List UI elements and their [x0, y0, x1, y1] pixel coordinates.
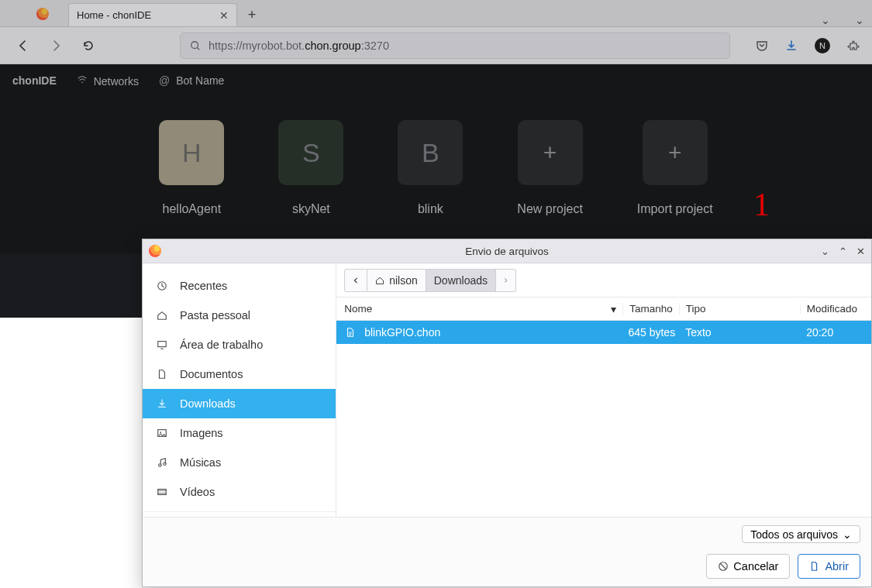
- cancel-button[interactable]: Cancelar: [706, 554, 790, 579]
- tabs-dropdown-icon[interactable]: ⌄: [821, 14, 830, 26]
- browser-navbar: https://myrobot.bot.chon.group:3270 N: [0, 27, 872, 64]
- svg-rect-2: [158, 342, 167, 347]
- file-list: blinkGPIO.chon 645 bytes Texto 20:20: [336, 321, 871, 517]
- doc-icon: [157, 369, 169, 380]
- project-card[interactable]: + New project: [517, 120, 582, 216]
- at-icon: @: [159, 74, 170, 87]
- svg-point-5: [159, 464, 162, 467]
- downloads-icon[interactable]: [785, 40, 798, 52]
- annotation-1: 1: [753, 186, 770, 223]
- project-label: helloAgent: [163, 202, 222, 216]
- url-bar[interactable]: https://myrobot.bot.chon.group:3270: [180, 33, 730, 59]
- firefox-logo-icon: [36, 8, 49, 20]
- col-modified[interactable]: Modificado: [801, 303, 863, 315]
- svg-point-0: [191, 41, 198, 48]
- project-label: Import project: [637, 202, 713, 216]
- home-icon: [157, 310, 169, 321]
- project-label: blink: [418, 202, 443, 216]
- path-back-button[interactable]: [344, 269, 367, 292]
- new-tab-button[interactable]: +: [240, 3, 264, 26]
- extensions-icon[interactable]: [847, 40, 860, 52]
- sidebar-item-label: Pasta pessoal: [180, 309, 250, 322]
- project-card[interactable]: B blink: [398, 120, 463, 216]
- profile-avatar[interactable]: N: [815, 38, 830, 53]
- dialog-sidebar: RecentesPasta pessoalÁrea de trabalhoDoc…: [143, 263, 336, 517]
- sidebar-item-vídeos[interactable]: Vídeos: [143, 477, 336, 507]
- file-row[interactable]: blinkGPIO.chon 645 bytes Texto 20:20: [336, 321, 871, 344]
- open-file-icon: [809, 561, 820, 572]
- file-modified: 20:20: [800, 326, 863, 339]
- search-icon: [190, 40, 201, 51]
- sidebar-item-label: Recentes: [180, 280, 227, 292]
- sidebar-item-label: Imagens: [180, 427, 223, 439]
- project-tile: +: [518, 120, 583, 185]
- app-brand: chonIDE: [12, 74, 57, 87]
- sidebar-item-pasta-pessoal[interactable]: Pasta pessoal: [143, 301, 336, 330]
- desktop-icon: [157, 339, 169, 350]
- window-minimize-icon[interactable]: ⌄: [821, 246, 829, 257]
- music-icon: [157, 457, 169, 468]
- nav-forward-button[interactable]: [45, 35, 67, 57]
- tab-close-icon[interactable]: ✕: [219, 9, 229, 22]
- window-maximize-icon[interactable]: ⌃: [839, 246, 847, 257]
- tab-title: Home - chonIDE: [77, 9, 151, 21]
- dialog-main: nilson Downloads Nome▾ Tamanho Tipo Modi…: [336, 263, 871, 517]
- download-icon: [157, 398, 169, 409]
- project-card[interactable]: H helloAgent: [159, 120, 224, 216]
- dialog-titlebar[interactable]: Envio de arquivos ⌄ ⌃ ✕: [143, 239, 871, 263]
- sidebar-item-label: Downloads: [180, 397, 236, 410]
- project-card[interactable]: S skyNet: [278, 120, 343, 216]
- sidebar-item-downloads[interactable]: Downloads: [143, 389, 336, 418]
- sidebar-item-recentes[interactable]: Recentes: [143, 271, 336, 301]
- video-icon: [157, 487, 169, 497]
- path-bar: nilson Downloads: [336, 263, 871, 297]
- open-button[interactable]: Abrir: [798, 554, 860, 579]
- cancel-icon: [718, 561, 729, 572]
- column-headers[interactable]: Nome▾ Tamanho Tipo Modificado: [336, 297, 871, 321]
- svg-point-4: [160, 432, 161, 433]
- file-name: blinkGPIO.chon: [364, 326, 440, 339]
- window-close-icon[interactable]: ✕: [856, 246, 865, 257]
- sidebar-item-label: Documentos: [180, 368, 243, 380]
- sidebar-item-músicas[interactable]: Músicas: [143, 448, 336, 477]
- sidebar-item-label: Músicas: [180, 456, 221, 469]
- image-icon: [157, 428, 169, 438]
- sidebar-item-label: Área de trabalho: [180, 339, 263, 351]
- file-size: 645 bytes: [623, 326, 679, 339]
- sidebar-item-documentos[interactable]: Documentos: [143, 359, 336, 389]
- project-label: New project: [517, 202, 582, 216]
- sort-desc-icon: ▾: [611, 303, 616, 315]
- nav-back-button[interactable]: [12, 35, 34, 57]
- browser-tab[interactable]: Home - chonIDE ✕: [68, 3, 237, 26]
- project-tile: B: [398, 120, 463, 185]
- col-size[interactable]: Tamanho: [623, 303, 680, 315]
- tabs-dropdown-icon-2[interactable]: ⌄: [855, 14, 864, 26]
- firefox-logo-icon: [149, 245, 161, 257]
- file-filter-combo[interactable]: Todos os arquivos ⌄: [742, 525, 860, 543]
- sidebar-item-área-de-trabalho[interactable]: Área de trabalho: [143, 330, 336, 359]
- wifi-icon: [77, 75, 91, 88]
- col-name[interactable]: Nome: [344, 303, 372, 315]
- svg-point-6: [164, 462, 167, 466]
- svg-rect-7: [158, 490, 167, 495]
- project-tile: S: [278, 120, 343, 185]
- path-current-segment[interactable]: Downloads: [426, 269, 496, 292]
- app-top-bar: chonIDE Networks @ Bot Name: [0, 64, 872, 97]
- browser-tabstrip: Home - chonIDE ✕ + ⌄ ⌄: [0, 0, 872, 27]
- path-home-segment[interactable]: nilson: [367, 269, 426, 292]
- botname-menu[interactable]: @ Bot Name: [159, 74, 224, 87]
- chevron-down-icon: ⌄: [843, 528, 852, 541]
- clock-icon: [157, 280, 169, 291]
- dialog-title: Envio de arquivos: [465, 246, 548, 257]
- path-more-button[interactable]: [496, 269, 516, 292]
- project-tile: H: [159, 120, 224, 185]
- url-text: https://myrobot.bot.chon.group:3270: [209, 40, 389, 52]
- sidebar-item-imagens[interactable]: Imagens: [143, 418, 336, 448]
- project-card[interactable]: + Import project: [637, 120, 713, 216]
- col-type[interactable]: Tipo: [680, 303, 801, 315]
- pocket-icon[interactable]: [756, 40, 768, 52]
- networks-menu[interactable]: Networks: [77, 74, 139, 88]
- text-file-icon: [344, 326, 357, 339]
- project-tile: +: [643, 120, 708, 185]
- nav-reload-button[interactable]: [78, 35, 99, 57]
